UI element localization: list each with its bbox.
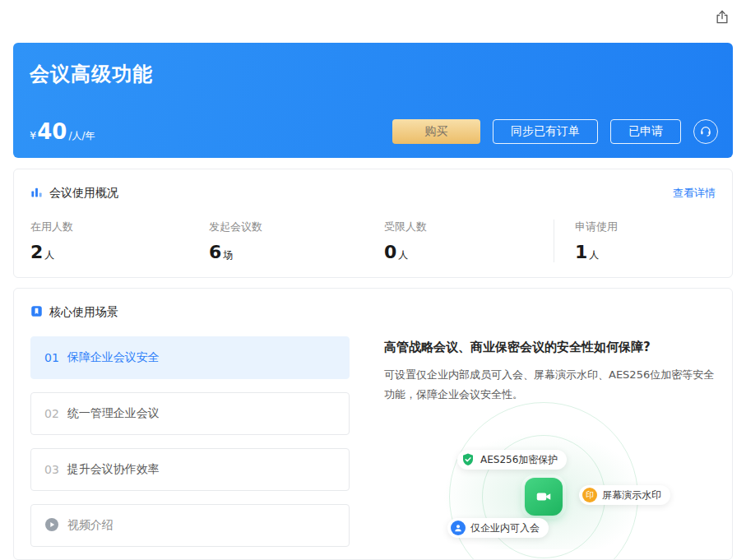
play-icon: [44, 517, 59, 535]
stamp-icon: 印: [582, 488, 597, 502]
scene-label: 提升会议协作效率: [67, 462, 160, 477]
tag-internal-only: 仅企业内可入会: [447, 518, 549, 538]
scene-list: 01 保障企业会议安全 02 统一管理企业会议 03 提升会议协作效率 视频介绍: [30, 336, 350, 549]
scene-item-management[interactable]: 02 统一管理企业会议: [30, 392, 350, 435]
stat-label: 在用人数: [30, 220, 209, 234]
applied-button[interactable]: 已申请: [610, 119, 681, 144]
price-amount: 40: [37, 119, 67, 144]
scene-item-security[interactable]: 01 保障企业会议安全: [30, 336, 350, 379]
scene-heading: 高管战略会议、商业保密会议的安全性如何保障?: [384, 340, 716, 355]
scene-index: 01: [44, 351, 59, 364]
scene-label: 统一管理企业会议: [67, 406, 160, 421]
price: ¥ 40 /人/年: [30, 119, 95, 144]
scene-label: 保障企业会议安全: [67, 350, 160, 365]
price-currency: ¥: [30, 129, 36, 141]
core-scenes-card: 核心使用场景 01 保障企业会议安全 02 统一管理企业会议 03 提升会议协作…: [13, 288, 733, 560]
top-bar: [0, 0, 746, 37]
scene-index: 03: [44, 463, 59, 476]
stat-unit: 场: [223, 249, 233, 261]
stat-label: 受限人数: [384, 220, 554, 234]
share-button[interactable]: [711, 7, 733, 29]
video-intro-item[interactable]: 视频介绍: [30, 504, 350, 547]
headset-icon: [699, 124, 712, 140]
security-illustration: AES256加密保护 印 屏幕演示水印 仅企业内可入会: [384, 410, 716, 549]
stats-row: 在用人数 2人 发起会议数 6场 受限人数 0人 申请使用 1人: [30, 220, 716, 262]
stat-value: 6: [209, 242, 221, 262]
stat-unit: 人: [44, 249, 54, 261]
stat-restricted-users: 受限人数 0人: [384, 220, 554, 262]
tag-label: AES256加密保护: [480, 453, 558, 467]
stat-label: 发起会议数: [209, 220, 384, 234]
overview-title: 会议使用概况: [49, 186, 118, 201]
stat-value: 1: [575, 242, 587, 262]
tag-label: 屏幕演示水印: [602, 488, 661, 502]
bar-chart-icon: [30, 186, 43, 201]
hero-card: 会议高级功能 ¥ 40 /人/年 购买 同步已有订单 已申请: [13, 43, 733, 158]
video-label: 视频介绍: [67, 518, 114, 533]
stat-value: 2: [30, 242, 43, 262]
sync-orders-button[interactable]: 同步已有订单: [493, 119, 598, 144]
meeting-overview-card: 会议使用概况 查看详情 在用人数 2人 发起会议数 6场 受限人数 0人 申请使…: [13, 169, 733, 278]
scene-index: 02: [44, 407, 59, 420]
shield-check-icon: [461, 452, 475, 467]
stat-unit: 人: [589, 249, 599, 261]
page-title: 会议高级功能: [30, 61, 153, 87]
tag-aes-encryption: AES256加密保护: [457, 450, 567, 470]
video-camera-icon: [525, 478, 563, 516]
stat-label: 申请使用: [575, 220, 618, 234]
stat-value: 0: [384, 242, 396, 262]
stat-unit: 人: [398, 249, 408, 261]
support-button[interactable]: [693, 119, 718, 144]
scene-detail: 高管战略会议、商业保密会议的安全性如何保障? 可设置仅企业内部成员可入会、屏幕演…: [384, 336, 716, 549]
bookmark-icon: [30, 305, 43, 320]
person-icon: [451, 521, 466, 535]
scene-item-efficiency[interactable]: 03 提升会议协作效率: [30, 448, 350, 491]
price-unit: /人/年: [68, 129, 95, 143]
scene-description: 可设置仅企业内部成员可入会、屏幕演示水印、AES256位加密等安全功能，保障企业…: [384, 365, 716, 405]
tag-screen-watermark: 印 屏幕演示水印: [579, 485, 670, 505]
buy-button[interactable]: 购买: [392, 119, 480, 144]
stat-apply-usage: 申请使用 1人: [554, 220, 618, 262]
scenes-title: 核心使用场景: [49, 305, 118, 320]
tag-label: 仅企业内可入会: [470, 521, 540, 535]
stat-active-users: 在用人数 2人: [30, 220, 209, 262]
view-details-link[interactable]: 查看详情: [673, 186, 716, 201]
share-icon: [714, 9, 730, 28]
hero-actions: 购买 同步已有订单 已申请: [392, 119, 718, 144]
stat-meetings-started: 发起会议数 6场: [209, 220, 384, 262]
